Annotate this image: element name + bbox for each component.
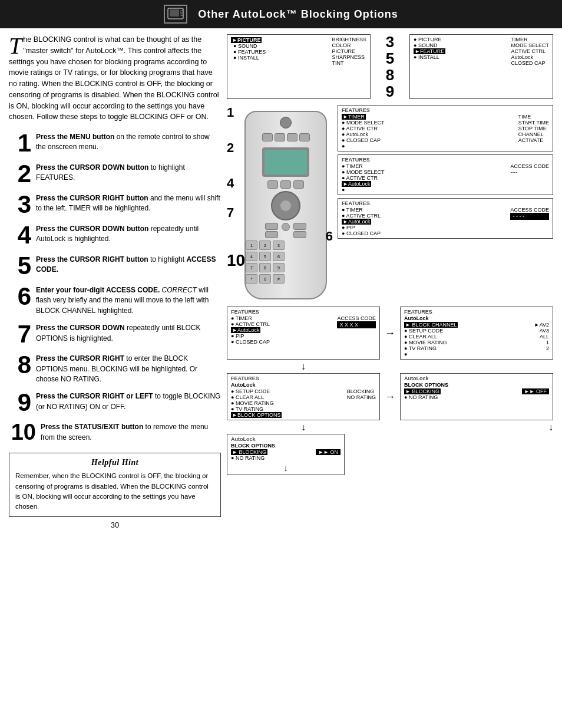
power-button[interactable] xyxy=(280,117,292,129)
menu-blockoptions-main: AutoLock BLOCK OPTIONS ► BLOCKING ►► OFF… xyxy=(400,373,553,420)
remote-nav-btn-2[interactable] xyxy=(280,180,291,189)
step-5-number: 5 xyxy=(9,253,31,278)
dpad[interactable] xyxy=(271,191,300,220)
step-10-text: Press the STATUS/EXIT button to remove t… xyxy=(41,421,221,443)
bottom-diagram-section: FEATURES ● TIMER ● ACTIVE CTRL ►AutoLock… xyxy=(227,307,553,475)
menu-sharpness: SHARPNESS xyxy=(332,54,366,60)
mbc-subtitle: AutoLock xyxy=(404,315,549,321)
diagram-row-block-options: FEATURES AutoLock ● SETUP CODE ● CLEAR A… xyxy=(227,373,553,420)
mat-timer: ● TIMER xyxy=(231,315,270,321)
menu-install-item: ● INSTALL xyxy=(231,55,266,61)
arrow-spacer-2 xyxy=(385,422,395,433)
step-6-text: Enter your four-digit ACCESS CODE. CORRE… xyxy=(36,284,221,316)
remote-btn-2[interactable] xyxy=(275,133,285,141)
autolock-item-2: ● AutoLock xyxy=(342,131,384,137)
menu-r1-sound: ● SOUND xyxy=(414,42,445,48)
mabo-title: FEATURES xyxy=(231,375,376,381)
remote-illustration: 1 2 4 7 10 6 xyxy=(227,105,333,299)
steps-container: 1 Press the MENU button on the remote co… xyxy=(9,131,221,443)
num-star[interactable]: * xyxy=(246,274,257,284)
step-3: 3 Press the CURSOR RIGHT button and the … xyxy=(9,192,221,217)
mat-left: ● TIMER ● ACTIVE CTRL ►AutoLock ● PIP ● … xyxy=(231,315,270,345)
mbom-content: ► BLOCKING ►► OFF ● NO RATING xyxy=(404,388,549,400)
remote-numpad: 1 2 3 4 5 6 7 8 9 * 0 # xyxy=(246,241,326,284)
menu-features-timer: FEATURES ►TIMER ● MODE SELECT ● ACTIVE C… xyxy=(338,105,553,151)
mbom-subtitle: BLOCK OPTIONS xyxy=(404,382,549,388)
closedcap-item-2: ● CLOSED CAP xyxy=(342,137,384,143)
step-num-8: 8 xyxy=(386,67,394,83)
mute-btn[interactable] xyxy=(282,223,290,231)
svg-line-4 xyxy=(180,15,183,16)
ch-up[interactable] xyxy=(293,223,306,230)
time-val: TIME xyxy=(518,114,549,120)
page-number: 30 xyxy=(111,521,119,529)
mbc-title: FEATURES xyxy=(404,309,549,315)
mat-title: FEATURES xyxy=(231,309,376,315)
access-code-label: ACCESS CODE xyxy=(510,163,549,169)
num-hash[interactable]: # xyxy=(273,274,285,284)
arrow-right-2: → xyxy=(385,373,395,420)
menu-r1-install: ● INSTALL xyxy=(414,54,445,60)
mfbo-content: ► BLOCKING ►► ON ● NO RATING xyxy=(231,449,340,461)
intro-body: he BLOCKING control is what can be thoug… xyxy=(9,35,219,121)
mabo-left: ● SETUP CODE ● CLEAR ALL ● MOVIE RATING … xyxy=(231,388,282,418)
page-number-container: 30 xyxy=(9,517,221,533)
menu-r1-modesel: MODE SELECT xyxy=(511,42,549,48)
dpad-center[interactable] xyxy=(280,200,291,211)
num-5[interactable]: 5 xyxy=(259,252,271,261)
remote-btn-3[interactable] xyxy=(287,133,297,141)
menu-tint: TINT xyxy=(332,60,366,66)
num-2[interactable]: 2 xyxy=(259,241,271,250)
svg-line-2 xyxy=(180,10,183,11)
remote-btn-4[interactable] xyxy=(299,133,310,141)
step-label-7: 7 xyxy=(227,205,234,220)
num-3[interactable]: 3 xyxy=(273,241,285,250)
num-1[interactable]: 1 xyxy=(246,241,257,250)
num-6[interactable]: 6 xyxy=(273,252,285,261)
mbom-title: AutoLock xyxy=(404,375,549,381)
activectr-item-3: ● ACTIVE CTR xyxy=(342,175,384,181)
fac-dashes: - - - - xyxy=(510,213,549,220)
vol-down[interactable] xyxy=(265,231,278,238)
step-label-2: 2 xyxy=(227,140,234,156)
menu-final-blocking-on: AutoLock BLOCK OPTIONS ► BLOCKING ►► ON … xyxy=(227,434,345,475)
step-label-4: 4 xyxy=(227,176,234,191)
remote-nav-btn-1[interactable] xyxy=(267,180,278,189)
step-1-number: 1 xyxy=(9,131,31,156)
step-9-text: Press the CURSOR RIGHT or LEFT to toggle… xyxy=(36,390,221,412)
menu-feature-highlighted: ● PICTURE ● SOUND ►FEATURE ● INSTALL TIM… xyxy=(409,34,553,99)
step-7-number: 7 xyxy=(9,322,31,347)
pip-item-4: ● PIP xyxy=(342,225,381,230)
mat-pip: ● PIP xyxy=(231,333,270,339)
menu-features-timer-title: FEATURES xyxy=(342,107,549,113)
header-icon xyxy=(164,5,187,24)
num-7[interactable]: 7 xyxy=(246,263,257,272)
menu-r1-closedcap: CLOSED CAP xyxy=(511,60,549,66)
mbc-av2: ►AV2 xyxy=(534,322,549,328)
arrow-down-left-2: ↓ xyxy=(227,422,380,433)
vol-up[interactable] xyxy=(265,223,278,230)
remote-nav-btn-3[interactable] xyxy=(293,180,304,189)
num-8[interactable]: 8 xyxy=(259,263,271,272)
menu-features-autolock-title: FEATURES xyxy=(342,157,549,163)
arrow-down-left-1: ↓ xyxy=(227,361,380,372)
menu-ft-right: TIME START TIME STOP TIME CHANNEL ACTIVA… xyxy=(518,114,549,149)
autolock-hl: ►AutoLock xyxy=(342,181,371,187)
step-num-3: 3 xyxy=(386,34,394,50)
step-num-9: 9 xyxy=(386,84,394,99)
intro-text: T he BLOCKING control is what can be tho… xyxy=(9,34,221,123)
step-4-number: 4 xyxy=(9,223,31,248)
timer-item-3: ● TIMER xyxy=(342,163,384,169)
menu-picture-title: ►PICTURE xyxy=(231,37,262,43)
num-9[interactable]: 9 xyxy=(273,263,285,272)
num-0[interactable]: 0 xyxy=(259,274,271,284)
ch-down[interactable] xyxy=(293,231,306,238)
menu-picture: ►PICTURE ● SOUND ● FEATURES ● INSTALL BR… xyxy=(227,34,371,99)
remote-btn-1[interactable] xyxy=(262,133,273,141)
mbc-movierating: ● MOVIE RATING xyxy=(404,340,447,345)
num-4[interactable]: 4 xyxy=(246,252,257,261)
remote-nav-row-1 xyxy=(246,180,326,189)
step-7: 7 Press the CURSOR DOWN repeatedly until… xyxy=(9,322,221,347)
step-num-5: 5 xyxy=(386,51,394,66)
step-label-10: 10 xyxy=(227,251,245,270)
